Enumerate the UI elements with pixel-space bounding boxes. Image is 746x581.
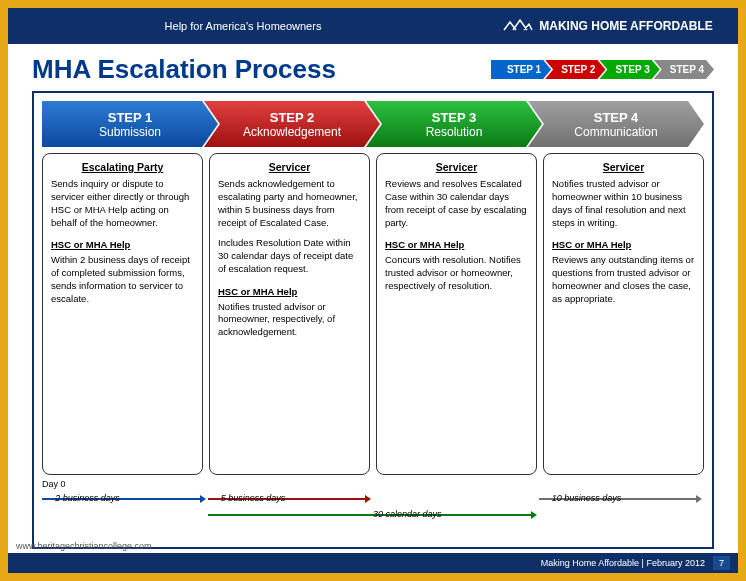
title-row: MHA Escalation Process STEP 1 STEP 2 STE… <box>8 44 738 91</box>
col-subbody: Within 2 business days of receipt of com… <box>51 254 194 305</box>
page-title: MHA Escalation Process <box>32 54 336 85</box>
column-4: Servicer Notifies trusted advisor or hom… <box>543 153 704 475</box>
step-num: STEP 2 <box>270 110 315 125</box>
col-body: Sends inquiry or dispute to servicer eit… <box>51 178 194 229</box>
col-body: Notifies trusted advisor or homeowner wi… <box>552 178 695 229</box>
mini-step-4: STEP 4 <box>654 60 714 79</box>
col-title: Escalating Party <box>51 160 194 174</box>
mini-step-3: STEP 3 <box>599 60 659 79</box>
col-subhead: HSC or MHA Help <box>552 239 695 252</box>
header-tagline: Help for America's Homeowners <box>8 8 478 44</box>
column-3: Servicer Reviews and resolves Escalated … <box>376 153 537 475</box>
timeline: Day 0 2 business days 5 business days 30… <box>42 479 704 539</box>
step-name: Communication <box>574 125 657 139</box>
step-num: STEP 3 <box>432 110 477 125</box>
footer-bar: Making Home Affordable | February 2012 7 <box>8 553 738 573</box>
timeline-label-4: 10 business days <box>552 493 622 503</box>
header-brand: MAKING HOME AFFORDABLE <box>478 8 738 44</box>
timeline-label-3: 30 calendar days <box>373 509 442 519</box>
step-chevron-4: STEP 4Communication <box>528 101 704 147</box>
col-subhead: HSC or MHA Help <box>51 239 194 252</box>
col-subbody: Reviews any outstanding items or questio… <box>552 254 695 305</box>
col-body: Reviews and resolves Escalated Case with… <box>385 178 528 229</box>
watermark: www.heritagechristiancollege.com <box>16 541 152 551</box>
step-chevron-3: STEP 3Resolution <box>366 101 542 147</box>
step-num: STEP 1 <box>108 110 153 125</box>
content-area: STEP 1Submission STEP 2Acknowledgement S… <box>8 91 738 553</box>
step-chevron-row: STEP 1Submission STEP 2Acknowledgement S… <box>42 101 704 147</box>
step-chevron-2: STEP 2Acknowledgement <box>204 101 380 147</box>
column-1: Escalating Party Sends inquiry or disput… <box>42 153 203 475</box>
mini-step-chevrons: STEP 1 STEP 2 STEP 3 STEP 4 <box>491 60 714 79</box>
step-name: Acknowledgement <box>243 125 341 139</box>
col-subbody: Notifies trusted advisor or homeowner, r… <box>218 301 361 339</box>
detail-columns: Escalating Party Sends inquiry or disput… <box>42 153 704 475</box>
col-title: Servicer <box>385 160 528 174</box>
mini-step-2: STEP 2 <box>545 60 605 79</box>
page-number: 7 <box>713 556 730 570</box>
roof-icon <box>503 18 533 35</box>
col-title: Servicer <box>218 160 361 174</box>
step-chevron-1: STEP 1Submission <box>42 101 218 147</box>
mini-step-1: STEP 1 <box>491 60 551 79</box>
slide: Help for America's Homeowners MAKING HOM… <box>8 8 738 573</box>
brand-text: MAKING HOME AFFORDABLE <box>539 19 713 33</box>
process-box: STEP 1Submission STEP 2Acknowledgement S… <box>32 91 714 549</box>
column-2: Servicer Sends acknowledgement to escala… <box>209 153 370 475</box>
col-subhead: HSC or MHA Help <box>385 239 528 252</box>
timeline-arrow-3 <box>208 514 532 516</box>
col-body: Sends acknowledgement to escalating part… <box>218 178 361 229</box>
slide-frame: Help for America's Homeowners MAKING HOM… <box>0 0 746 581</box>
col-title: Servicer <box>552 160 695 174</box>
step-num: STEP 4 <box>594 110 639 125</box>
step-name: Resolution <box>426 125 483 139</box>
footer-text: Making Home Affordable | February 2012 <box>541 558 705 568</box>
col-subhead: HSC or MHA Help <box>218 286 361 299</box>
header-bar: Help for America's Homeowners MAKING HOM… <box>8 8 738 44</box>
col-subbody: Concurs with resolution. Notifies truste… <box>385 254 528 292</box>
timeline-day0: Day 0 <box>42 479 66 489</box>
step-name: Submission <box>99 125 161 139</box>
col-body2: Includes Resolution Date within 30 calen… <box>218 237 361 275</box>
